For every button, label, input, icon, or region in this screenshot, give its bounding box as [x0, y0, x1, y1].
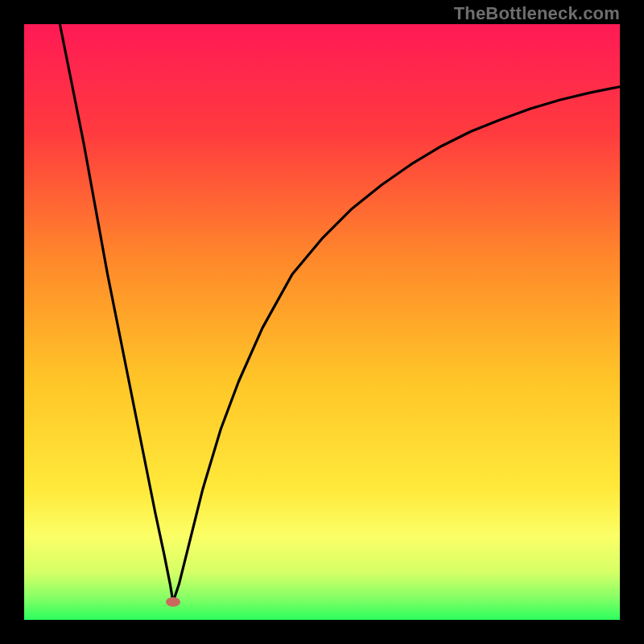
chart-frame: TheBottleneck.com [0, 0, 644, 644]
watermark-text: TheBottleneck.com [454, 3, 620, 24]
gradient-background [24, 24, 620, 620]
chart-plot-area [24, 24, 620, 620]
minimum-marker [166, 597, 180, 607]
chart-svg [24, 24, 620, 620]
